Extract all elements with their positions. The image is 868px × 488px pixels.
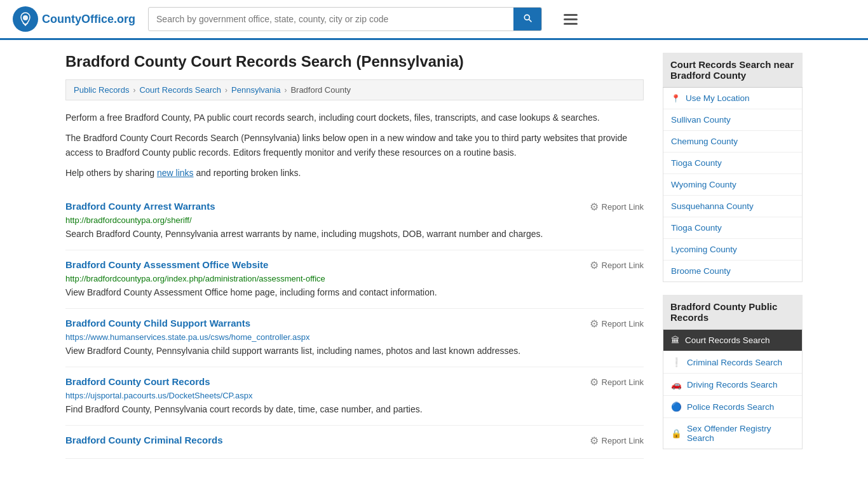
list-item[interactable]: Wyoming County xyxy=(663,174,802,196)
result-url-3[interactable]: https://www.humanservices.state.pa.us/cs… xyxy=(65,332,644,342)
svg-point-0 xyxy=(23,15,28,20)
report-icon-4: ⚙ xyxy=(590,376,599,388)
wyoming-county-link[interactable]: Wyoming County xyxy=(663,174,802,195)
report-link-2[interactable]: ⚙ Report Link xyxy=(590,259,644,271)
criminal-icon: ❕ xyxy=(671,357,682,367)
driving-records-link[interactable]: 🚗 Driving Records Search xyxy=(663,374,802,395)
result-title-3[interactable]: Bradford County Child Support Warrants xyxy=(65,318,250,329)
use-my-location-link[interactable]: 📍 Use My Location xyxy=(663,88,802,109)
right-sidebar: Court Records Search near Bradford Count… xyxy=(663,53,803,462)
list-item[interactable]: Broome County xyxy=(663,261,802,281)
item-label: Court Records Search xyxy=(685,336,770,345)
item-label: Broome County xyxy=(671,266,731,276)
report-link-5[interactable]: ⚙ Report Link xyxy=(590,435,644,447)
result-entry: Bradford County Child Support Warrants ⚙… xyxy=(65,309,644,367)
criminal-records-link[interactable]: ❕ Criminal Records Search xyxy=(663,351,802,373)
logo-text: CountyOffice.org xyxy=(42,13,135,26)
tioga-county-link-2[interactable]: Tioga County xyxy=(663,217,802,238)
result-desc-1: Search Bradford County, Pennsylvania arr… xyxy=(65,227,644,241)
result-url-2[interactable]: http://bradfordcountypa.org/index.php/ad… xyxy=(65,274,644,283)
menu-icon xyxy=(564,14,578,16)
nearby-header: Court Records Search near Bradford Count… xyxy=(663,53,803,88)
item-label: Susquehanna County xyxy=(671,201,754,211)
logo[interactable]: CountyOffice.org xyxy=(13,6,135,32)
report-link-1[interactable]: ⚙ Report Link xyxy=(590,201,644,213)
result-title-4[interactable]: Bradford County Court Records xyxy=(65,376,210,387)
list-item[interactable]: Tioga County xyxy=(663,152,802,174)
breadcrumb-public-records[interactable]: Public Records xyxy=(74,85,129,95)
driving-records-item[interactable]: 🚗 Driving Records Search xyxy=(663,374,802,396)
report-icon-1: ⚙ xyxy=(590,201,599,213)
result-url-4[interactable]: https://ujsportal.pacourts.us/DocketShee… xyxy=(65,391,644,400)
car-icon: 🚗 xyxy=(671,379,682,390)
nearby-list: 📍 Use My Location Sullivan County Chemun… xyxy=(663,88,803,282)
result-entry: Bradford County Assessment Office Websit… xyxy=(65,250,644,309)
public-records-header: Bradford County Public Records xyxy=(663,295,803,330)
result-title-1[interactable]: Bradford County Arrest Warrants xyxy=(65,201,215,212)
list-item[interactable]: Susquehanna County xyxy=(663,196,802,217)
result-desc-2: View Bradford County Assessment Office h… xyxy=(65,286,644,299)
item-label: Wyoming County xyxy=(671,180,736,189)
sullivan-county-link[interactable]: Sullivan County xyxy=(663,109,802,130)
item-label: Sex Offender Registry Search xyxy=(687,424,794,443)
search-bar xyxy=(148,7,542,31)
item-label: Tioga County xyxy=(671,158,722,168)
chemung-county-link[interactable]: Chemung County xyxy=(663,131,802,152)
search-button[interactable] xyxy=(513,8,541,30)
court-records-item[interactable]: 🏛 Court Records Search xyxy=(663,330,802,351)
report-icon-2: ⚙ xyxy=(590,259,599,271)
result-title-2[interactable]: Bradford County Assessment Office Websit… xyxy=(65,259,268,270)
police-records-item[interactable]: 🔵 Police Records Search xyxy=(663,396,802,418)
criminal-records-item[interactable]: ❕ Criminal Records Search xyxy=(663,351,802,374)
menu-icon xyxy=(564,23,578,25)
report-link-3[interactable]: ⚙ Report Link xyxy=(590,318,644,330)
results-list: Bradford County Arrest Warrants ⚙ Report… xyxy=(65,192,644,459)
susquehanna-county-link[interactable]: Susquehanna County xyxy=(663,196,802,217)
page-title: Bradford County Court Records Search (Pe… xyxy=(65,53,644,71)
search-input[interactable] xyxy=(149,9,513,29)
item-label: Police Records Search xyxy=(687,402,774,412)
broome-county-link[interactable]: Broome County xyxy=(663,261,802,281)
item-label: Use My Location xyxy=(686,93,750,103)
list-item[interactable]: 📍 Use My Location xyxy=(663,88,802,109)
active-court-records-row[interactable]: 🏛 Court Records Search xyxy=(663,330,802,351)
result-desc-4: Find Bradford County, Pennsylvania court… xyxy=(65,403,644,416)
court-icon: 🏛 xyxy=(671,336,680,345)
breadcrumb: Public Records › Court Records Search › … xyxy=(65,79,644,100)
result-url-1[interactable]: http://bradfordcountypa.org/sheriff/ xyxy=(65,215,644,225)
report-link-4[interactable]: ⚙ Report Link xyxy=(590,376,644,388)
police-records-link[interactable]: 🔵 Police Records Search xyxy=(663,396,802,417)
breadcrumb-court-records[interactable]: Court Records Search xyxy=(139,85,221,95)
item-label: Lycoming County xyxy=(671,245,737,254)
lycoming-county-link[interactable]: Lycoming County xyxy=(663,239,802,260)
new-links-link[interactable]: new links xyxy=(157,168,194,178)
police-icon: 🔵 xyxy=(671,402,682,412)
list-item[interactable]: Sullivan County xyxy=(663,109,802,131)
main-article: Bradford County Court Records Search (Pe… xyxy=(65,53,644,462)
nearby-section: Court Records Search near Bradford Count… xyxy=(663,53,803,282)
intro-paragraph-1: Perform a free Bradford County, PA publi… xyxy=(65,111,644,125)
lock-icon: 🔒 xyxy=(671,428,682,438)
tioga-county-link-1[interactable]: Tioga County xyxy=(663,152,802,173)
share-text: Help others by sharing new links and rep… xyxy=(65,166,644,180)
item-label: Sullivan County xyxy=(671,115,731,125)
sex-offender-item[interactable]: 🔒 Sex Offender Registry Search xyxy=(663,418,802,449)
item-label: Chemung County xyxy=(671,137,738,146)
report-icon-5: ⚙ xyxy=(590,435,599,447)
intro-paragraph-2: The Bradford County Court Records Search… xyxy=(65,131,644,159)
list-item[interactable]: Lycoming County xyxy=(663,239,802,261)
public-records-section: Bradford County Public Records 🏛 Court R… xyxy=(663,295,803,449)
breadcrumb-pennsylvania[interactable]: Pennsylvania xyxy=(231,85,280,95)
result-title-5[interactable]: Bradford County Criminal Records xyxy=(65,435,223,445)
logo-icon xyxy=(13,6,38,32)
menu-button[interactable] xyxy=(561,11,580,27)
public-records-list: 🏛 Court Records Search ❕ Criminal Record… xyxy=(663,330,803,449)
result-desc-3: View Bradford County, Pennsylvania child… xyxy=(65,344,644,358)
list-item[interactable]: Chemung County xyxy=(663,131,802,152)
result-entry: Bradford County Arrest Warrants ⚙ Report… xyxy=(65,192,644,250)
list-item[interactable]: Tioga County xyxy=(663,217,802,239)
location-icon: 📍 xyxy=(671,94,681,103)
item-label: Driving Records Search xyxy=(687,380,778,390)
result-entry: Bradford County Court Records ⚙ Report L… xyxy=(65,367,644,426)
sex-offender-link[interactable]: 🔒 Sex Offender Registry Search xyxy=(663,418,802,449)
